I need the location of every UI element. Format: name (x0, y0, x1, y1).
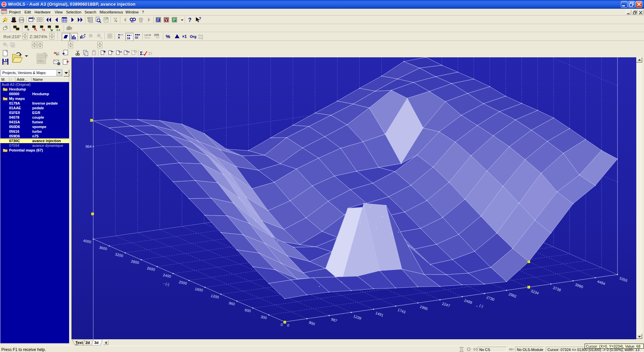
svg-text:F: F (12, 44, 14, 47)
svg-text:Org: Org (198, 37, 203, 40)
svg-text:964: 964 (86, 144, 92, 149)
svg-text:IOI: IOI (2, 11, 6, 13)
svg-text:×1: ×1 (182, 34, 187, 39)
svg-text:?: ? (188, 17, 192, 23)
svg-text:PRJ: PRJ (38, 60, 44, 63)
svg-text:Σ!: Σ! (148, 51, 152, 56)
svg-text:#-#: #-# (56, 28, 60, 32)
svg-text:?: ? (199, 16, 201, 20)
svg-text:V: V (165, 18, 168, 22)
svg-text:16: 16 (127, 37, 130, 40)
svg-text:IOI..: IOI.. (131, 21, 135, 23)
svg-text:Text: Text (75, 341, 83, 345)
svg-text:Σ: Σ (140, 51, 143, 56)
svg-text:FF: FF (156, 36, 160, 39)
svg-text:%: % (166, 34, 170, 39)
svg-text:F: F (157, 18, 160, 22)
svg-text:=x: =x (119, 50, 122, 53)
svg-text:+x: +x (126, 50, 129, 53)
svg-text:LO HI: LO HI (145, 34, 151, 36)
svg-text:2d: 2d (86, 341, 90, 345)
svg-text:8: 8 (118, 36, 120, 39)
svg-text:HILO: HILO (145, 37, 150, 39)
svg-text:32: 32 (135, 36, 138, 39)
svg-text:?x: ?x (42, 28, 45, 32)
svg-text:3d: 3d (94, 341, 99, 345)
svg-text:=: = (27, 28, 29, 32)
svg-text:Org: Org (190, 35, 197, 39)
svg-text:P: P (173, 18, 175, 22)
